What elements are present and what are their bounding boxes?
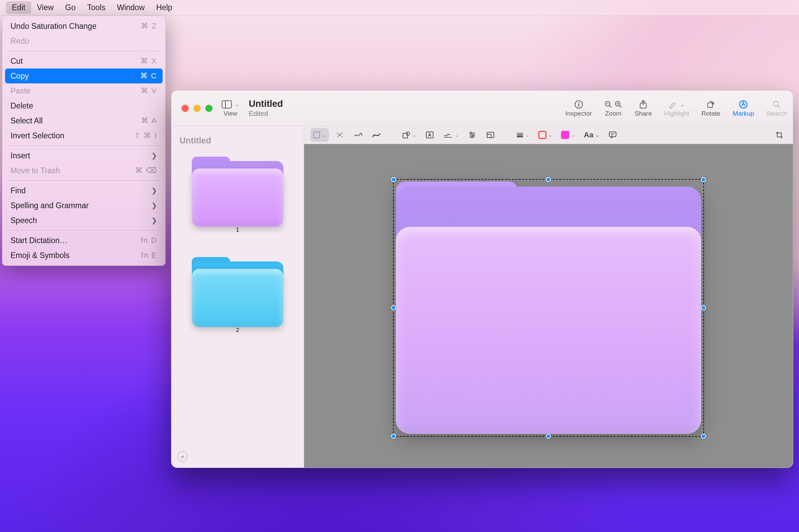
menu-item-emoji[interactable]: Emoji & Symbols fn E	[5, 248, 163, 263]
window-titlebar[interactable]: ⌄ View Untitled Edited Inspector Zoom	[171, 91, 793, 126]
window-title: Untitled	[249, 99, 283, 109]
menu-item-label: Emoji & Symbols	[11, 251, 70, 260]
toolbar-zoom[interactable]: Zoom	[598, 91, 629, 126]
menu-item-find[interactable]: Find ❯	[5, 183, 163, 198]
sketch-button[interactable]	[351, 128, 366, 142]
menu-item-delete[interactable]: Delete	[5, 98, 163, 113]
info-icon	[574, 99, 583, 110]
toolbar-label: Share	[635, 110, 652, 117]
svg-line-18	[778, 106, 780, 108]
folder-front	[192, 169, 284, 227]
text-style-button[interactable]: Aa ⌄	[581, 128, 602, 142]
sidebar-thumb-2[interactable]: 2	[178, 253, 298, 333]
selection-handle-w[interactable]	[391, 305, 396, 310]
menu-item-label: Spelling and Grammar	[11, 201, 89, 210]
menu-item-insert[interactable]: Insert ❯	[5, 148, 163, 163]
menu-item-start-dictation[interactable]: Start Dictation… fn D	[5, 233, 163, 248]
window-title-zone: Untitled Edited	[246, 91, 297, 126]
menu-item-speech[interactable]: Speech ❯	[5, 213, 163, 228]
menu-item-label: Copy	[11, 72, 29, 81]
toolbar-highlight: ⌄ Highlight	[658, 91, 695, 126]
selection-handle-s[interactable]	[546, 434, 551, 439]
border-color-button[interactable]: ⌄	[535, 128, 555, 142]
adjust-size-button[interactable]	[483, 128, 498, 142]
toolbar-label: View	[224, 110, 238, 117]
selection-marquee[interactable]	[393, 179, 704, 437]
selection-tool-button[interactable]: ⌄	[310, 128, 329, 142]
minimize-button[interactable]	[194, 105, 201, 112]
selection-handle-e[interactable]	[701, 305, 706, 310]
toolbar-markup[interactable]: Markup	[726, 91, 760, 126]
chevron-down-icon: ⌄	[548, 133, 552, 138]
menu-item-shortcut: fn E	[141, 251, 157, 260]
shape-style-button[interactable]: ⌄	[513, 128, 532, 142]
menu-help[interactable]: Help	[150, 1, 178, 14]
toolbar-search[interactable]: Search	[760, 91, 793, 126]
menu-view[interactable]: View	[31, 1, 59, 14]
menu-item-label: Find	[11, 186, 26, 195]
adjust-color-button[interactable]	[465, 128, 479, 142]
chevron-down-icon: ⌄	[455, 133, 458, 138]
annotate-button[interactable]	[605, 128, 620, 142]
menu-item-copy[interactable]: Copy ⌘ C	[5, 69, 163, 83]
window-subtitle: Edited	[249, 110, 283, 118]
menu-item-shortcut: ⇧ ⌘ I	[134, 131, 157, 140]
menu-item-shortcut: ⌘ ⌫	[135, 166, 157, 175]
toolbar-share[interactable]: Share	[629, 91, 658, 126]
svg-rect-15	[708, 103, 712, 108]
menu-item-cut[interactable]: Cut ⌘ X	[5, 54, 163, 69]
menu-separator	[7, 180, 161, 181]
menu-tools[interactable]: Tools	[81, 1, 111, 14]
menu-item-spelling[interactable]: Spelling and Grammar ❯	[5, 198, 163, 213]
toolbar-rotate[interactable]: Rotate	[695, 91, 726, 126]
highlight-icon: ⌄	[668, 99, 685, 110]
shapes-button[interactable]: ⌄	[399, 128, 419, 142]
markup-toolbar: ⌄ ⌄ ⌄ ⌄	[304, 126, 793, 144]
menu-edit[interactable]: Edit	[6, 1, 31, 14]
draw-button[interactable]	[369, 128, 384, 142]
chevron-down-icon: ⌄	[526, 133, 529, 138]
menu-item-shortcut: ⌘ Z	[141, 22, 157, 31]
close-button[interactable]	[182, 105, 189, 112]
text-box-button[interactable]	[422, 128, 437, 142]
crop-button[interactable]	[772, 128, 787, 142]
menu-item-label: Delete	[11, 101, 33, 111]
svg-rect-44	[609, 132, 616, 137]
toolbar-view[interactable]: ⌄ View	[216, 91, 246, 126]
fill-color-button[interactable]: ⌄	[558, 128, 578, 142]
toolbar-inspector[interactable]: Inspector	[559, 91, 598, 126]
svg-line-6	[609, 106, 611, 108]
menu-item-undo[interactable]: Undo Saturation Change ⌘ Z	[5, 19, 163, 34]
sign-button[interactable]: ⌄	[440, 128, 461, 142]
selection-handle-ne[interactable]	[701, 177, 706, 182]
selection-handle-se[interactable]	[701, 434, 706, 439]
instant-alpha-button[interactable]	[332, 128, 347, 142]
add-page-button[interactable]: ＋	[178, 451, 188, 461]
toolbar-label: Zoom	[605, 110, 622, 117]
svg-point-38	[471, 136, 473, 138]
system-menu-bar: Edit View Go Tools Window Help	[0, 0, 799, 16]
svg-point-3	[578, 102, 579, 103]
menu-go[interactable]: Go	[59, 1, 81, 14]
chevron-right-icon: ❯	[151, 202, 157, 210]
image-canvas[interactable]	[304, 144, 793, 468]
fill-color-swatch	[561, 131, 569, 139]
menu-item-select-all[interactable]: Select All ⌘ A	[5, 113, 163, 128]
svg-rect-0	[222, 101, 232, 108]
folder-front	[192, 269, 284, 327]
share-icon	[639, 99, 647, 110]
fullscreen-button[interactable]	[205, 105, 213, 112]
sidebar-thumb-1[interactable]: 1	[178, 152, 298, 233]
menu-item-invert-selection[interactable]: Invert Selection ⇧ ⌘ I	[5, 128, 163, 143]
menu-item-label: Select All	[11, 116, 43, 126]
border-color-swatch	[538, 131, 546, 139]
selection-handle-n[interactable]	[546, 177, 551, 182]
menu-item-label: Undo Saturation Change	[11, 22, 96, 31]
menu-item-label: Redo	[11, 37, 29, 46]
menu-window[interactable]: Window	[111, 1, 150, 14]
selection-handle-sw[interactable]	[391, 434, 396, 439]
rotate-icon	[706, 99, 715, 110]
menu-item-shortcut: ⌘ C	[140, 72, 157, 80]
menu-item-paste: Paste ⌘ V	[5, 83, 163, 98]
selection-handle-nw[interactable]	[391, 177, 396, 182]
